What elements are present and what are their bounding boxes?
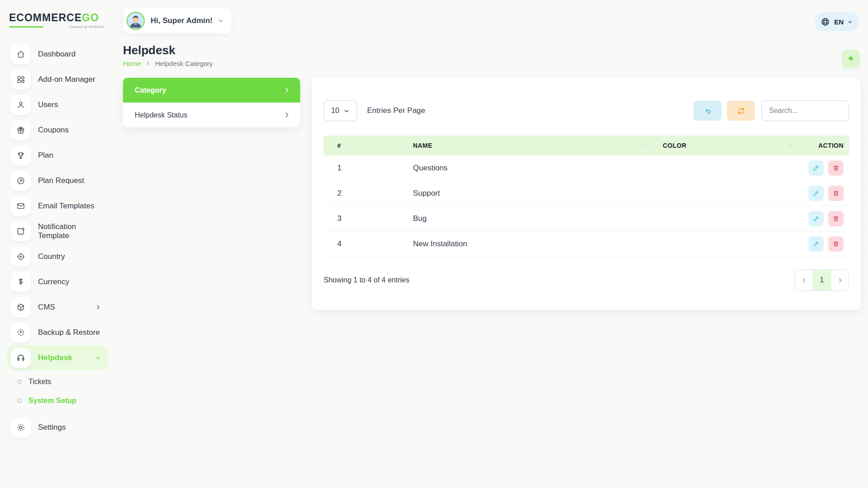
delete-button[interactable] [828, 160, 844, 176]
table-row: 3 Bug [324, 206, 849, 231]
sort-icon[interactable]: ↑↓ [789, 143, 792, 148]
sidebar-item-dashboard[interactable]: Dashboard [7, 42, 108, 67]
sidebar-item-country[interactable]: Country [7, 244, 108, 269]
pencil-icon [812, 215, 820, 222]
table-toolbar: 10 Entries Per Page [324, 100, 849, 121]
sidebar-item-coupons[interactable]: Coupons [7, 117, 108, 143]
pencil-icon [812, 240, 820, 248]
envelope-icon [11, 196, 31, 216]
category-name: Questions [413, 164, 655, 173]
panel-item-helpdesk-status[interactable]: Helpdesk Status [123, 103, 300, 127]
sidebar-nav: Dashboard Add-on Manager Users Coupons P… [7, 42, 108, 371]
logo-text: ECOMMERCEGO [9, 12, 104, 24]
sort-icon[interactable]: ↑↓ [641, 143, 644, 148]
category-name: Bug [413, 214, 655, 223]
target-icon [11, 247, 31, 267]
refresh-icon [737, 107, 745, 115]
delete-button[interactable] [828, 186, 844, 201]
category-table-card: 10 Entries Per Page # NAME ↑↓ COLOR ↑↓ A… [312, 78, 861, 310]
language-selector[interactable]: EN [814, 12, 859, 31]
sidebar-item-currency[interactable]: Currency [7, 269, 108, 295]
entries-per-page-select[interactable]: 10 [324, 100, 357, 121]
trash-icon [832, 240, 840, 248]
chevron-right-icon [95, 304, 101, 310]
chevron-down-icon [218, 18, 223, 23]
breadcrumb-current: Helpdesk Category [155, 60, 213, 67]
row-number: 4 [324, 239, 413, 249]
sidebar-item-helpdesk[interactable]: Helpdesk [7, 345, 108, 371]
sidebar-subitem-tickets[interactable]: Tickets [7, 372, 108, 391]
category-name: Support [413, 189, 655, 198]
breadcrumb-home-link[interactable]: Home [123, 60, 141, 67]
sidebar-subitem-system-setup[interactable]: System Setup [7, 391, 108, 410]
trash-icon [832, 164, 840, 172]
delete-button[interactable] [828, 211, 844, 226]
trash-icon [832, 215, 840, 222]
backup-restore-icon [11, 323, 31, 343]
logo-powered-by: Powered by WORKDO [70, 25, 104, 28]
row-number: 2 [324, 189, 413, 198]
sidebar-item-notification-template[interactable]: Notification Template [7, 219, 108, 244]
page-title: Helpdesk [123, 43, 175, 57]
pencil-icon [812, 190, 820, 197]
table-row: 2 Support [324, 181, 849, 206]
delete-button[interactable] [828, 236, 844, 252]
pencil-icon [812, 164, 820, 172]
trophy-icon [11, 145, 31, 165]
search-input[interactable] [761, 100, 849, 121]
column-header-name[interactable]: NAME ↑↓ [413, 142, 655, 149]
gear-icon [11, 418, 31, 437]
edit-button[interactable] [808, 186, 824, 201]
sidebar-item-settings[interactable]: Settings [7, 415, 108, 440]
pagination: 1 [795, 269, 849, 291]
pagination-prev-button[interactable] [795, 270, 812, 291]
avatar [127, 12, 145, 30]
chevron-down-icon [848, 19, 853, 24]
user-icon [11, 95, 31, 115]
pagination-page-1[interactable]: 1 [812, 270, 831, 291]
edit-button[interactable] [808, 236, 824, 252]
grid-icon [11, 70, 31, 89]
table-footer: Showing 1 to 4 of 4 entries 1 [324, 269, 849, 291]
edit-button[interactable] [808, 160, 824, 176]
showing-entries-text: Showing 1 to 4 of 4 entries [324, 276, 409, 284]
edit-button[interactable] [808, 211, 824, 226]
sidebar-item-email-templates[interactable]: Email Templates [7, 193, 108, 219]
table-header: # NAME ↑↓ COLOR ↑↓ ACTION [324, 136, 849, 155]
table-row: 1 Questions [324, 155, 849, 181]
home-icon [11, 44, 31, 64]
pagination-next-button[interactable] [831, 270, 849, 291]
sidebar-item-backup-restore[interactable]: Backup & Restore [7, 320, 108, 345]
sidebar-item-users[interactable]: Users [7, 92, 108, 117]
headset-icon [11, 348, 31, 368]
helpdesk-setup-panel: Category Helpdesk Status [123, 78, 300, 127]
arrow-up-right-circle-icon [11, 171, 31, 191]
chevron-right-icon [283, 87, 290, 94]
chevron-right-icon [146, 61, 151, 66]
column-header-num[interactable]: # [324, 142, 413, 149]
category-name: New Installation [413, 239, 655, 249]
undo-button[interactable] [693, 101, 722, 121]
cube-icon [11, 297, 31, 317]
bullet-ring-icon [17, 399, 22, 403]
sidebar-item-plan[interactable]: Plan [7, 143, 108, 168]
language-code: EN [834, 18, 844, 26]
sidebar-item-cms[interactable]: CMS [7, 295, 108, 320]
panel-item-category[interactable]: Category [123, 78, 300, 103]
column-header-color[interactable]: COLOR ↑↓ [655, 142, 797, 149]
user-menu[interactable]: Hi, Super Admin! [123, 8, 231, 33]
gift-icon [11, 120, 31, 140]
row-number: 3 [324, 214, 413, 223]
trash-icon [832, 190, 840, 197]
dollar-icon [11, 272, 31, 292]
table-row: 4 New Installation [324, 231, 849, 257]
notification-template-icon [11, 221, 31, 241]
chevron-down-icon [95, 355, 101, 361]
sidebar-item-addon-manager[interactable]: Add-on Manager [7, 67, 108, 92]
add-category-button[interactable]: + [842, 50, 860, 68]
sidebar-item-plan-request[interactable]: Plan Request [7, 168, 108, 193]
refresh-button[interactable] [727, 101, 755, 121]
undo-icon [703, 107, 712, 115]
column-header-action: ACTION [797, 142, 849, 149]
app-logo[interactable]: ECOMMERCEGO Powered by WORKDO [9, 12, 104, 28]
